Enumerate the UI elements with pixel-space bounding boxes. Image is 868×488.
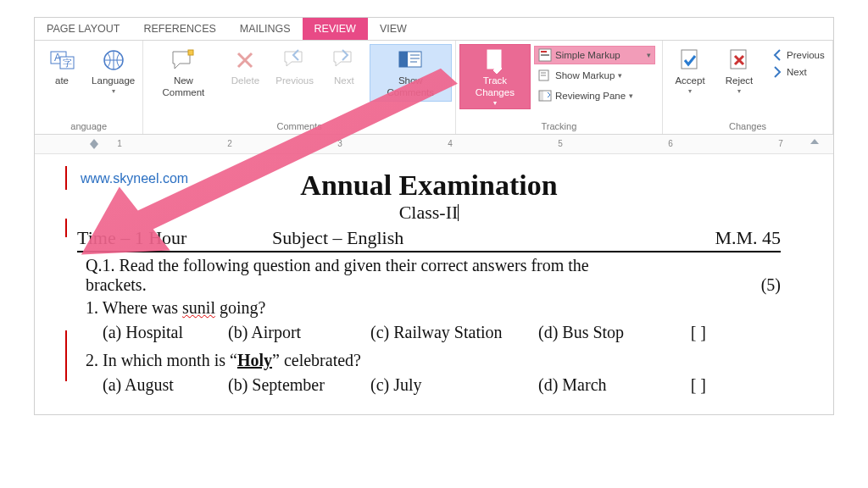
- tab-mailings[interactable]: MAILINGS: [228, 18, 303, 40]
- display-mode-dropdown[interactable]: Simple Markup ▾: [534, 46, 655, 64]
- reject-label: Reject: [726, 75, 754, 87]
- q1-line-2[interactable]: brackets. (5): [77, 275, 781, 295]
- dropdown-caret-icon: ▾: [112, 87, 115, 96]
- accept-label: Accept: [675, 75, 704, 87]
- delete-comment-button[interactable]: Delete: [221, 44, 269, 90]
- q1-1-answer-box: [ ]: [664, 323, 706, 342]
- q1-2-qopen: “: [230, 351, 237, 369]
- ruler-mark: 3: [327, 135, 353, 153]
- tab-references[interactable]: REFERENCES: [131, 18, 227, 40]
- info-row[interactable]: Time – 1 Hour Subject – English M.M. 45: [77, 227, 781, 252]
- tab-review[interactable]: REVIEW: [303, 18, 368, 40]
- svg-rect-22: [682, 50, 697, 69]
- group-label-tracking: Tracking: [456, 119, 662, 134]
- dropdown-caret-icon: ▾: [647, 51, 651, 59]
- reviewing-pane-dropdown[interactable]: Reviewing Pane ▾: [534, 86, 655, 105]
- q1-1-opt-b: (b) Airport: [228, 323, 364, 342]
- dropdown-caret-icon: ▾: [629, 92, 633, 100]
- q1-1-question[interactable]: 1. Where was sunil going?: [77, 298, 781, 318]
- group-label-changes: Changes: [663, 119, 832, 134]
- horizontal-ruler[interactable]: 1234567: [35, 135, 833, 154]
- q1-2-answer-box: [ ]: [664, 375, 706, 395]
- previous-comment-label: Previous: [275, 75, 314, 87]
- translate-button[interactable]: A字 ate: [38, 44, 86, 90]
- ruler-mark: 6: [658, 135, 683, 153]
- next-change-icon: [771, 65, 784, 79]
- change-mark[interactable]: [65, 219, 67, 237]
- q1-2-opt-c: (c) July: [370, 375, 531, 395]
- mm-text: M.M. 45: [645, 227, 781, 249]
- svg-rect-21: [539, 91, 543, 101]
- q1-text-a: Q.1. Read the following question and giv…: [86, 256, 781, 275]
- doc-class[interactable]: Class-II: [77, 202, 781, 224]
- q1-1-post: going?: [215, 298, 265, 317]
- first-line-indent-marker[interactable]: [90, 144, 98, 149]
- new-comment-label: New Comment: [153, 75, 214, 99]
- changes-nav: Previous Next: [765, 44, 831, 83]
- next-comment-icon: [331, 47, 358, 74]
- change-mark[interactable]: [65, 330, 67, 381]
- reject-button[interactable]: Reject ▾: [715, 44, 763, 97]
- show-comments-button[interactable]: Show Comments: [370, 44, 452, 102]
- tab-page-layout[interactable]: PAGE LAYOUT: [35, 18, 131, 40]
- show-markup-dropdown[interactable]: Show Markup ▾: [534, 66, 655, 85]
- svg-rect-5: [188, 50, 193, 55]
- translate-icon: A字: [48, 47, 75, 74]
- svg-text:字: 字: [63, 58, 72, 68]
- language-button[interactable]: Language ▾: [87, 44, 139, 97]
- right-indent-marker[interactable]: [810, 139, 819, 144]
- previous-comment-button[interactable]: Previous: [270, 44, 318, 90]
- q1-1-opt-a: (a) Hospital: [103, 323, 221, 342]
- previous-change-button[interactable]: Previous: [768, 47, 827, 63]
- q1-marks: (5): [730, 275, 781, 295]
- watermark-text: www.skyneel.com: [81, 171, 188, 186]
- previous-change-icon: [771, 48, 784, 62]
- document-viewport[interactable]: www.skyneel.com Annual Examination Class…: [35, 154, 833, 415]
- svg-rect-7: [399, 52, 408, 67]
- next-change-label: Next: [787, 67, 807, 77]
- group-label-comments: Comments: [143, 119, 454, 134]
- app-frame: PAGE LAYOUT REFERENCES MAILINGS REVIEW V…: [34, 17, 834, 415]
- accept-icon: [676, 47, 704, 74]
- document-page[interactable]: www.skyneel.com Annual Examination Class…: [77, 169, 781, 395]
- next-comment-label: Next: [334, 75, 354, 87]
- markup-mode-icon: [538, 48, 552, 62]
- q1-1-options[interactable]: (a) Hospital (b) Airport (c) Railway Sta…: [77, 323, 781, 342]
- next-comment-button[interactable]: Next: [320, 44, 368, 90]
- track-changes-button[interactable]: Track Changes ▾: [459, 44, 531, 109]
- q1-line-1[interactable]: Q.1. Read the following question and giv…: [77, 256, 781, 275]
- accept-button[interactable]: Accept ▾: [666, 44, 714, 97]
- show-comments-icon: [397, 47, 424, 74]
- globe-icon: [100, 47, 127, 74]
- language-label: Language: [92, 75, 135, 87]
- tracking-options: Simple Markup ▾ Show Markup ▾: [532, 44, 659, 105]
- time-text: Time – 1 Hour: [77, 227, 272, 249]
- ruler-mark: 2: [217, 135, 242, 153]
- dropdown-caret-icon: ▾: [493, 99, 497, 108]
- dropdown-caret-icon: ▾: [737, 87, 741, 96]
- ribbon: A字 ate Language ▾ anguage: [35, 41, 833, 135]
- group-label-language: anguage: [35, 119, 142, 134]
- subject-text: Subject – English: [272, 227, 645, 249]
- q1-2-opt-a: (a) August: [103, 375, 221, 395]
- delete-icon: [231, 47, 259, 74]
- q1-2-pre: 2. In which month is: [86, 351, 230, 369]
- previous-change-label: Previous: [787, 50, 825, 60]
- ruler-mark: 1: [107, 135, 132, 153]
- q1-2-holy: Holy: [237, 351, 272, 369]
- display-mode-value: Simple Markup: [555, 50, 643, 60]
- q1-2-question[interactable]: 2. In which month is “Holy” celebrated?: [77, 351, 781, 370]
- q1-2-qclose: ”: [272, 351, 280, 369]
- next-change-button[interactable]: Next: [768, 64, 827, 80]
- dropdown-caret-icon: ▾: [618, 71, 622, 80]
- change-mark[interactable]: [65, 166, 67, 190]
- dropdown-caret-icon: ▾: [688, 87, 692, 96]
- previous-comment-icon: [281, 47, 309, 74]
- q1-2-options[interactable]: (a) August (b) September (c) July (d) Ma…: [77, 375, 781, 395]
- tab-view[interactable]: VIEW: [368, 18, 419, 40]
- new-comment-button[interactable]: New Comment: [147, 44, 220, 102]
- text-caret: [458, 204, 459, 221]
- q1-text-b: brackets.: [86, 275, 730, 295]
- hanging-indent-marker[interactable]: [90, 139, 98, 144]
- svg-rect-15: [541, 51, 547, 53]
